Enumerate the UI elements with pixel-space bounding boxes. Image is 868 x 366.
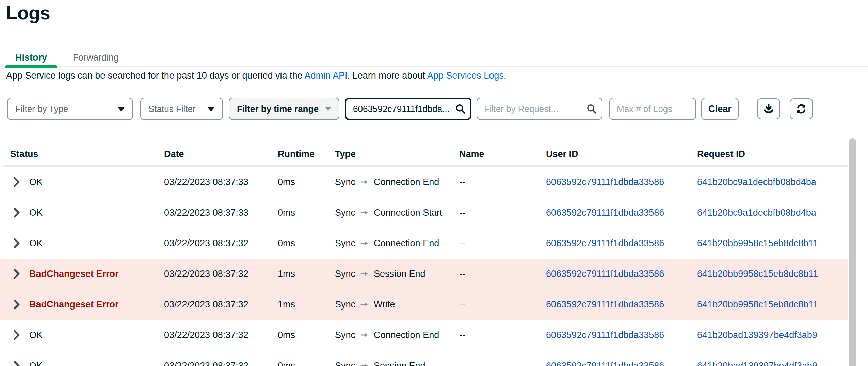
status-filter-label: Status Filter: [148, 104, 196, 114]
chevron-right-icon: [13, 207, 20, 218]
arrow-right-icon: [360, 301, 369, 308]
chevron-right-icon: [13, 361, 20, 366]
tab-forwarding[interactable]: Forwarding: [63, 48, 129, 67]
user-id-cell: 6063592c79111f1dbda33586: [546, 177, 697, 187]
runtime-cell: 1ms: [278, 269, 335, 279]
type-source: Sync: [335, 299, 355, 310]
chevron-down-icon: [207, 107, 215, 111]
column-header-name: Name: [459, 149, 546, 160]
chevron-right-icon: [13, 269, 20, 279]
date-cell: 03/22/2023 08:37:33: [164, 207, 278, 218]
request-id-link[interactable]: 641b20bc9a1decbfb08bd4ba: [697, 177, 816, 187]
table-row: OK 03/22/2023 08:37:33 0ms Sync Connecti…: [0, 167, 848, 197]
expand-row-button[interactable]: [13, 269, 20, 279]
table-row: OK 03/22/2023 08:37:32 0ms Sync Connecti…: [0, 228, 848, 259]
description-text: . Learn more about: [348, 70, 427, 81]
vertical-scrollbar-thumb[interactable]: [849, 138, 856, 366]
status-badge: BadChangeset Error: [29, 299, 119, 310]
runtime-cell: 0ms: [278, 177, 335, 187]
date-cell: 03/22/2023 08:37:32: [164, 269, 278, 279]
filter-by-type-dropdown[interactable]: Filter by Type: [7, 98, 133, 120]
name-cell: --: [459, 269, 546, 279]
max-logs-input[interactable]: [609, 98, 696, 120]
request-id-link[interactable]: 641b20bc9a1decbfb08bd4ba: [697, 207, 816, 218]
status-cell: OK: [0, 207, 164, 218]
user-id-link[interactable]: 6063592c79111f1dbda33586: [546, 361, 664, 366]
user-id-link[interactable]: 6063592c79111f1dbda33586: [546, 238, 664, 248]
chevron-down-icon: [117, 107, 125, 111]
expand-row-button[interactable]: [13, 361, 20, 366]
app-services-logs-link[interactable]: App Services Logs: [427, 70, 504, 81]
user-id-link[interactable]: 6063592c79111f1dbda33586: [546, 299, 664, 310]
status-cell: BadChangeset Error: [0, 269, 164, 279]
request-id-link[interactable]: 641b20bad139397be4df3ab9: [697, 330, 817, 340]
arrow-right-icon: [360, 179, 369, 185]
user-id-search-input[interactable]: [345, 98, 471, 120]
arrow-right-icon: [360, 362, 369, 366]
refresh-icon: [795, 103, 807, 115]
refresh-logs-button[interactable]: [790, 98, 813, 119]
table-row: BadChangeset Error 03/22/2023 08:37:32 1…: [0, 289, 848, 320]
status-filter-dropdown[interactable]: Status Filter: [140, 98, 223, 120]
type-event: Connection End: [374, 330, 439, 340]
request-id-link[interactable]: 641b20bad139397be4df3ab9: [697, 361, 817, 366]
time-range-label: Filter by time range: [237, 104, 319, 114]
type-source: Sync: [335, 207, 355, 218]
chevron-right-icon: [13, 238, 20, 248]
request-search-input[interactable]: [477, 98, 602, 120]
table-row: BadChangeset Error 03/22/2023 08:37:32 1…: [0, 259, 848, 289]
status-cell: OK: [0, 361, 164, 366]
user-id-link[interactable]: 6063592c79111f1dbda33586: [546, 207, 664, 218]
column-header-type: Type: [335, 149, 459, 160]
status-badge: OK: [29, 361, 43, 366]
expand-row-button[interactable]: [13, 207, 20, 218]
request-id-cell: 641b20bc9a1decbfb08bd4ba: [697, 207, 848, 218]
request-id-link[interactable]: 641b20bb9958c15eb8dc8b11: [697, 269, 818, 279]
type-source: Sync: [335, 361, 355, 366]
runtime-cell: 0ms: [278, 238, 335, 249]
user-id-cell: 6063592c79111f1dbda33586: [546, 361, 697, 366]
table-header: Status Date Runtime Type Name User ID Re…: [0, 144, 848, 164]
date-cell: 03/22/2023 08:37:32: [164, 238, 278, 249]
admin-api-link[interactable]: Admin API: [305, 70, 348, 81]
status-badge: OK: [29, 207, 43, 218]
request-search-wrap: [477, 98, 602, 120]
expand-row-button[interactable]: [13, 330, 20, 340]
tabs-divider: [0, 66, 868, 67]
expand-row-button[interactable]: [13, 299, 20, 310]
download-logs-button[interactable]: [757, 98, 780, 119]
request-id-cell: 641b20bc9a1decbfb08bd4ba: [697, 177, 848, 187]
clear-button[interactable]: Clear: [701, 98, 739, 120]
expand-row-button[interactable]: [13, 177, 20, 187]
type-event: Session End: [374, 361, 425, 366]
type-cell: Sync Connection Start: [335, 207, 459, 218]
date-cell: 03/22/2023 08:37:33: [164, 177, 278, 187]
user-id-cell: 6063592c79111f1dbda33586: [546, 299, 697, 310]
user-id-link[interactable]: 6063592c79111f1dbda33586: [546, 177, 664, 187]
chevron-right-icon: [13, 330, 20, 340]
status-cell: OK: [0, 177, 164, 187]
page-description: App Service logs can be searched for the…: [6, 70, 506, 81]
time-range-dropdown[interactable]: Filter by time range: [229, 98, 339, 120]
type-event: Session End: [374, 269, 425, 279]
description-text: .: [504, 70, 507, 81]
status-cell: BadChangeset Error: [0, 299, 164, 310]
request-id-link[interactable]: 641b20bb9958c15eb8dc8b11: [697, 238, 818, 248]
filter-toolbar: Filter by Type Status Filter Filter by t…: [7, 98, 822, 120]
user-id-link[interactable]: 6063592c79111f1dbda33586: [546, 330, 664, 340]
search-icon: [455, 103, 466, 114]
type-event: Write: [374, 299, 395, 310]
name-cell: --: [459, 330, 546, 340]
user-id-link[interactable]: 6063592c79111f1dbda33586: [546, 269, 664, 279]
type-cell: Sync Connection End: [335, 177, 459, 187]
status-cell: OK: [0, 238, 164, 249]
arrow-right-icon: [360, 332, 369, 338]
table-row: OK 03/22/2023 08:37:33 0ms Sync Connecti…: [0, 197, 848, 228]
active-tab-indicator: [5, 65, 57, 68]
runtime-cell: 0ms: [278, 207, 335, 218]
tab-history[interactable]: History: [5, 48, 57, 67]
table-row: OK 03/22/2023 08:37:32 0ms Sync Connecti…: [0, 320, 848, 350]
chevron-right-icon: [13, 177, 20, 187]
expand-row-button[interactable]: [13, 238, 20, 248]
request-id-link[interactable]: 641b20bb9958c15eb8dc8b11: [697, 299, 818, 310]
